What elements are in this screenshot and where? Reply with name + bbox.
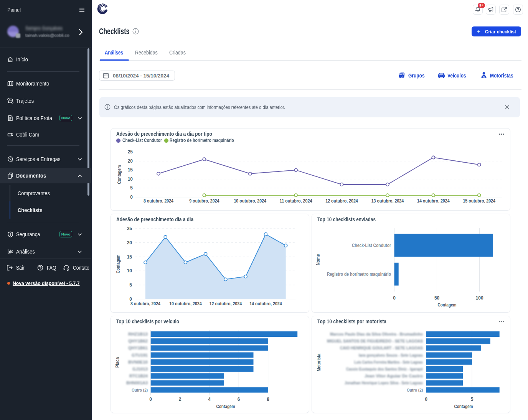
svg-text:5: 5 bbox=[471, 397, 474, 402]
svg-text:0: 0 bbox=[130, 194, 133, 200]
svg-text:0: 0 bbox=[425, 397, 427, 402]
svg-text:20: 20 bbox=[128, 158, 133, 164]
svg-text:15: 15 bbox=[128, 167, 133, 173]
svg-text:15: 15 bbox=[127, 254, 132, 260]
svg-text:6: 6 bbox=[238, 397, 240, 402]
svg-text:25: 25 bbox=[127, 226, 132, 231]
svg-text:9 outubro, 2024: 9 outubro, 2024 bbox=[189, 198, 219, 204]
svg-text:QHY1B61: QHY1B61 bbox=[128, 346, 148, 350]
svg-text:14 outubro, 2024: 14 outubro, 2024 bbox=[417, 198, 450, 204]
svg-text:14 outubro, 2024: 14 outubro, 2024 bbox=[249, 301, 282, 306]
svg-text:0: 0 bbox=[149, 397, 152, 402]
svg-text:Jean Vitor Aguiar De Castro: Jean Vitor Aguiar De Castro bbox=[365, 374, 423, 378]
svg-text:50: 50 bbox=[434, 295, 440, 301]
svg-text:5: 5 bbox=[130, 185, 133, 191]
svg-text:25: 25 bbox=[128, 149, 133, 155]
svg-text:Motorista: Motorista bbox=[316, 353, 322, 371]
svg-text:RHZ1B13: RHZ1B13 bbox=[128, 332, 148, 336]
svg-text:12 outubro, 2024: 12 outubro, 2024 bbox=[325, 198, 358, 204]
svg-text:Marcos Paulo Dias da Silva Oli: Marcos Paulo Dias da Silva Oliveira - Br… bbox=[330, 332, 423, 336]
svg-text:15 outubro, 2024: 15 outubro, 2024 bbox=[463, 198, 495, 204]
svg-text:MIGUEL SANTOS DE FIGUEIREDO -: MIGUEL SANTOS DE FIGUEIREDO - SETE LAGOA… bbox=[327, 339, 423, 343]
svg-text:20: 20 bbox=[127, 240, 132, 245]
svg-text:4: 4 bbox=[208, 397, 211, 402]
svg-text:Jonathan Henrique Lopes Silva: Jonathan Henrique Lopes Silva - Sete Lag… bbox=[345, 380, 423, 385]
svg-text:Registro de horímetro maquinár: Registro de horímetro maquinário bbox=[327, 272, 391, 277]
svg-text:13 outubro, 2024: 13 outubro, 2024 bbox=[371, 198, 404, 204]
svg-text:BHN001A3: BHN001A3 bbox=[126, 380, 148, 385]
svg-text:10 outubro, 2024: 10 outubro, 2024 bbox=[169, 301, 202, 306]
svg-text:10 outubro, 2024: 10 outubro, 2024 bbox=[234, 198, 266, 204]
svg-text:8: 8 bbox=[267, 397, 269, 402]
svg-text:100: 100 bbox=[476, 295, 483, 301]
svg-text:Outro (2): Outro (2) bbox=[132, 388, 148, 392]
svg-text:Contagem: Contagem bbox=[117, 165, 122, 184]
svg-text:Contagem: Contagem bbox=[216, 404, 235, 409]
svg-text:8 outubro, 2024: 8 outubro, 2024 bbox=[144, 198, 173, 204]
svg-text:Placa: Placa bbox=[115, 357, 120, 367]
svg-text:10: 10 bbox=[127, 268, 132, 273]
svg-text:QHY1B62: QHY1B62 bbox=[128, 339, 148, 343]
svg-text:GJ1013: GJ1013 bbox=[132, 367, 148, 371]
svg-text:Contagem: Contagem bbox=[116, 255, 121, 273]
svg-text:GTU191: GTU191 bbox=[132, 353, 148, 357]
svg-text:CAIO HENRIQUE GOULART - SETE L: CAIO HENRIQUE GOULART - SETE LAGOAS bbox=[340, 346, 423, 350]
svg-text:12 outubro, 2024: 12 outubro, 2024 bbox=[210, 301, 242, 306]
svg-text:8 outubro, 2024: 8 outubro, 2024 bbox=[130, 301, 160, 306]
svg-text:Nome: Nome bbox=[315, 254, 321, 265]
svg-text:Cassio Eustaquio dos Santos Di: Cassio Eustaquio dos Santos Diniz - Igar… bbox=[346, 367, 423, 371]
svg-text:Contagem: Contagem bbox=[454, 404, 473, 409]
svg-text:Check-List Condutor: Check-List Condutor bbox=[352, 243, 391, 248]
svg-text:0: 0 bbox=[393, 295, 396, 301]
svg-text:Iara gonçalves Souza - Sete La: Iara gonçalves Souza - Sete Lagoas bbox=[359, 353, 423, 357]
svg-text:Outro (2): Outro (2) bbox=[407, 388, 423, 392]
svg-text:Contagem: Contagem bbox=[438, 302, 457, 308]
svg-text:10: 10 bbox=[128, 176, 133, 182]
svg-text:RTC1B24: RTC1B24 bbox=[129, 374, 148, 378]
svg-text:Luís Carlos Ferreira Martins -: Luís Carlos Ferreira Martins - Sete Lago… bbox=[354, 360, 423, 364]
svg-text:11 outubro, 2024: 11 outubro, 2024 bbox=[280, 198, 312, 204]
svg-text:BVN0E10: BVN0E10 bbox=[128, 360, 148, 364]
svg-text:2: 2 bbox=[179, 397, 182, 402]
svg-text:5: 5 bbox=[129, 282, 132, 288]
